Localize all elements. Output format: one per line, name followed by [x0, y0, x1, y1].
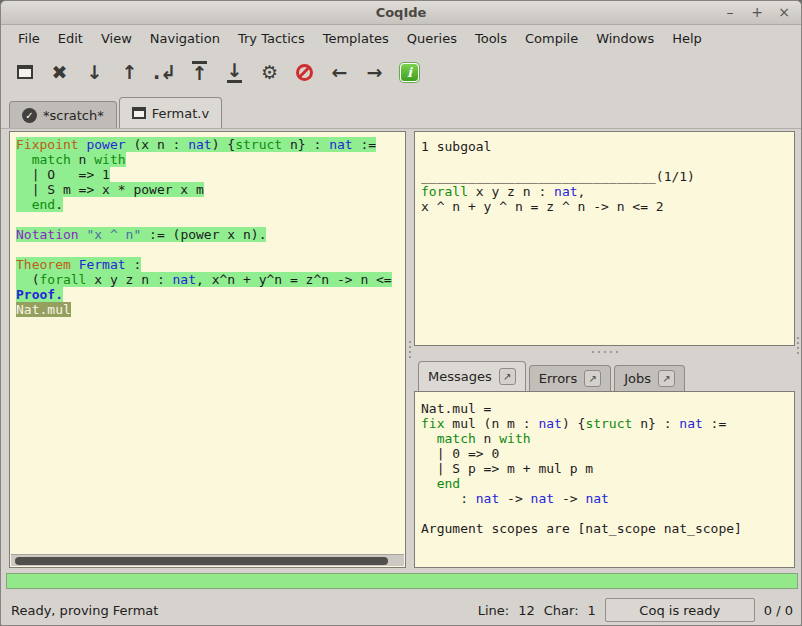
window-titlebar[interactable]: CoqIde – + ×	[1, 1, 801, 25]
messages-code: Nat.mul =fix mul (n m : nat) {struct n} …	[415, 392, 794, 536]
code-line	[421, 506, 794, 521]
close-doc-icon[interactable]: ✖	[44, 57, 75, 88]
code-line: end.	[16, 197, 405, 212]
code-line	[421, 154, 794, 169]
tab-jobs[interactable]: Jobs↗	[614, 365, 685, 391]
menu-queries[interactable]: Queries	[398, 28, 466, 49]
code-line: Nat.mul =	[421, 401, 794, 416]
editor-pane[interactable]: Fixpoint power (x n : nat) {struct n} : …	[9, 131, 406, 568]
menu-edit[interactable]: Edit	[49, 28, 92, 49]
close-button[interactable]: ×	[777, 4, 791, 20]
code-line: | S m => x * power x m	[16, 182, 405, 197]
detach-button[interactable]: ↗	[499, 368, 516, 385]
paned-handle-dots[interactable]	[797, 337, 799, 354]
tab-messages[interactable]: Messages↗	[418, 361, 526, 391]
code-line: Nat.mul	[16, 302, 405, 317]
code-line: | S p => m + mul p m	[421, 461, 794, 476]
maximize-button[interactable]: +	[750, 4, 764, 20]
progress-gauge	[6, 573, 798, 589]
code-line: x ^ n + y ^ n = z ^ n -> n <= 2	[421, 199, 794, 214]
menu-compile[interactable]: Compile	[516, 28, 587, 49]
menu-help[interactable]: Help	[663, 28, 711, 49]
code-line: Fixpoint power (x n : nat) {struct n} : …	[16, 137, 405, 152]
tab-label: Messages	[428, 369, 492, 384]
h-scrollbar-thumb[interactable]	[15, 557, 388, 565]
tab-label: Jobs	[624, 371, 651, 386]
code-line: match n with	[421, 431, 794, 446]
code-line: forall x y z n : nat,	[421, 184, 794, 199]
about-icon[interactable]: i	[394, 57, 425, 88]
menu-navigation[interactable]: Navigation	[141, 28, 229, 49]
tabstrip: ✓*scratch*Fermat.v	[1, 93, 801, 129]
proof-counter: 0 / 0	[764, 603, 793, 618]
coq-status-box: Coq is ready	[605, 598, 755, 622]
code-line: Theorem Fermat :	[16, 257, 405, 272]
editor-code[interactable]: Fixpoint power (x n : nat) {struct n} : …	[10, 132, 405, 553]
forward-icon[interactable]: →	[359, 57, 390, 88]
step-forward-icon[interactable]: ↓	[79, 57, 110, 88]
goals-pane: 1 subgoal ______________________________…	[414, 131, 795, 346]
char-value: 1	[588, 603, 596, 618]
detach-button[interactable]: ↗	[658, 370, 675, 387]
messages-tabstrip: Messages↗Errors↗Jobs↗	[414, 358, 795, 391]
window-controls: – + ×	[723, 4, 791, 20]
status-ready-text: Ready, proving Fermat	[11, 603, 158, 618]
menu-view[interactable]: View	[92, 28, 141, 49]
coq-status-text: Coq is ready	[639, 603, 720, 618]
line-value: 12	[518, 603, 535, 618]
minimize-button[interactable]: –	[723, 4, 737, 20]
code-line	[16, 242, 405, 257]
menu-templates[interactable]: Templates	[314, 28, 398, 49]
tab-fermat-v[interactable]: Fermat.v	[119, 97, 222, 128]
code-line: end	[421, 476, 794, 491]
tab-label: Errors	[539, 371, 577, 386]
menu-windows[interactable]: Windows	[587, 28, 663, 49]
document-icon	[132, 107, 146, 119]
status-right-cluster: Line: 12 Char: 1 Coq is ready 0 / 0	[478, 597, 793, 623]
settings-icon[interactable]: ⚙	[254, 57, 285, 88]
detach-button[interactable]: ↗	[584, 370, 601, 387]
tab-label: *scratch*	[43, 108, 104, 123]
new-window-icon[interactable]	[9, 57, 40, 88]
check-circle-icon: ✓	[22, 108, 37, 123]
code-line: Proof.	[16, 287, 405, 302]
messages-pane: Nat.mul =fix mul (n m : nat) {struct n} …	[414, 391, 795, 568]
char-label: Char:	[544, 603, 579, 618]
menu-try-tactics[interactable]: Try Tactics	[229, 28, 314, 49]
goto-end-icon[interactable]: ↓	[219, 57, 250, 88]
splitter-handle-dots	[592, 351, 618, 353]
toolbar: ✖↓↑.↲↑↓⚙←→i	[1, 51, 801, 93]
tab-scratch[interactable]: ✓*scratch*	[9, 101, 117, 128]
splitter-handle-dots	[409, 341, 411, 358]
back-icon[interactable]: ←	[324, 57, 355, 88]
h-scrollbar[interactable]	[11, 554, 404, 566]
code-line: ______________________________(1/1)	[421, 169, 794, 184]
line-label: Line:	[478, 603, 509, 618]
code-line: : nat -> nat -> nat	[421, 491, 794, 506]
code-line	[16, 212, 405, 227]
tab-label: Fermat.v	[152, 106, 209, 121]
window-title: CoqIde	[1, 5, 801, 20]
goals-code: 1 subgoal ______________________________…	[415, 132, 794, 214]
goto-cursor-icon[interactable]: .↲	[149, 57, 180, 88]
vertical-splitter[interactable]	[406, 131, 414, 568]
code-line: Argument scopes are [nat_scope nat_scope…	[421, 521, 794, 536]
menu-tools[interactable]: Tools	[466, 28, 516, 49]
tab-errors[interactable]: Errors↗	[529, 365, 611, 391]
restart-icon[interactable]: ↑	[184, 57, 215, 88]
code-line: 1 subgoal	[421, 139, 794, 154]
code-line: | O => 1	[16, 167, 405, 182]
code-line: match n with	[16, 152, 405, 167]
coqide-window: CoqIde – + × FileEditViewNavigationTry T…	[0, 0, 802, 626]
code-line: (forall x y z n : nat, x^n + y^n = z^n -…	[16, 272, 405, 287]
interrupt-icon[interactable]	[289, 57, 320, 88]
code-line: | 0 => 0	[421, 446, 794, 461]
menu-file[interactable]: File	[9, 28, 49, 49]
step-backward-icon[interactable]: ↑	[114, 57, 145, 88]
horizontal-splitter[interactable]	[414, 346, 795, 358]
code-line: fix mul (n m : nat) {struct n} : nat :=	[421, 416, 794, 431]
menubar: FileEditViewNavigationTry TacticsTemplat…	[1, 26, 801, 51]
statusbar: Ready, proving Fermat Line: 12 Char: 1 C…	[1, 593, 801, 626]
code-line: Notation "x ^ n" := (power x n).	[16, 227, 405, 242]
